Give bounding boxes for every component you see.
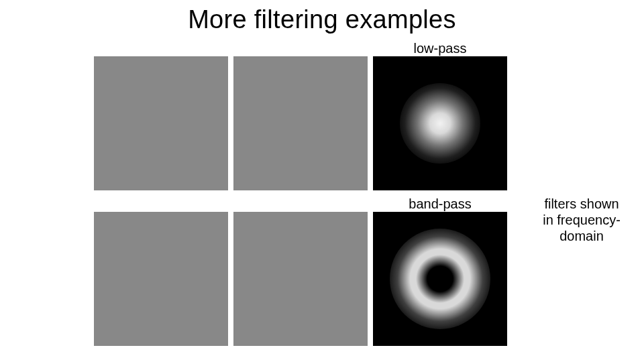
caption-bandpass: band-pass bbox=[373, 196, 507, 212]
grid-row-1: low-pass bbox=[94, 40, 510, 196]
caption-r2c1 bbox=[94, 196, 228, 212]
caption-r1c2 bbox=[233, 40, 368, 56]
bandpass-output-image bbox=[233, 212, 368, 346]
cell-r2c3: band-pass bbox=[373, 196, 507, 346]
original-image-1 bbox=[94, 56, 228, 190]
lowpass-output-image bbox=[233, 56, 368, 190]
cell-r2c2 bbox=[233, 196, 368, 346]
side-annotation: filters shown in frequency- domain bbox=[531, 196, 632, 244]
cell-r1c2 bbox=[233, 40, 368, 190]
cell-r1c3: low-pass bbox=[373, 40, 507, 190]
sidenote-line1: filters shown bbox=[531, 196, 632, 212]
slide-title: More filtering examples bbox=[0, 5, 644, 34]
caption-lowpass: low-pass bbox=[373, 40, 507, 56]
ring-icon bbox=[390, 229, 490, 329]
caption-r2c2 bbox=[233, 196, 368, 212]
gaussian-blob-icon bbox=[400, 83, 480, 164]
grid-row-2: band-pass bbox=[94, 196, 510, 351]
bandpass-filter-spectrum bbox=[373, 212, 507, 346]
image-grid: low-pass band-pass bbox=[94, 40, 510, 351]
sidenote-line3: domain bbox=[531, 228, 632, 244]
slide: More filtering examples low-pass bbox=[0, 0, 644, 362]
lowpass-filter-spectrum bbox=[373, 56, 507, 190]
sidenote-line2: in frequency- bbox=[531, 212, 632, 228]
original-image-2 bbox=[94, 212, 228, 346]
cell-r2c1 bbox=[94, 196, 228, 346]
caption-r1c1 bbox=[94, 40, 228, 56]
cell-r1c1 bbox=[94, 40, 228, 190]
